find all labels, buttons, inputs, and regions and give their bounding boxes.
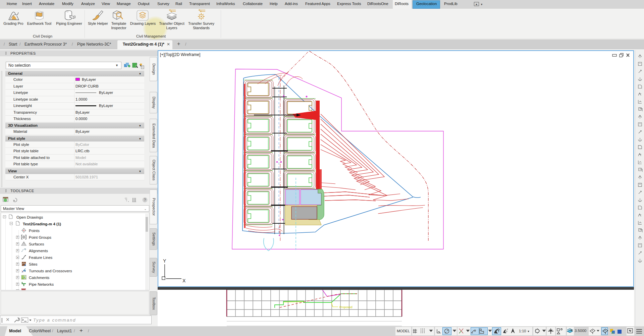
svg-text:Y: Y xyxy=(163,258,166,264)
svg-text:Proposed: Proposed xyxy=(339,305,353,309)
svg-text:X: X xyxy=(182,278,186,283)
svg-text:?: ? xyxy=(144,198,146,202)
